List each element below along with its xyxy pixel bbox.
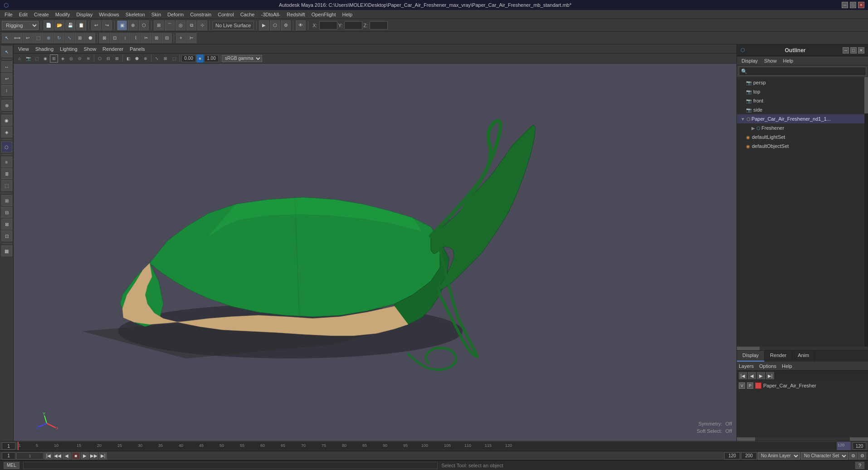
timeline-ticks-area[interactable]: 1 5 10 15 20 25 30 35 40 45 50 55 60 65 …	[17, 441, 851, 450]
menu-modify[interactable]: Modify	[53, 11, 73, 18]
outliner-item-freshener[interactable]: ▶ ⬡ Freshener	[737, 123, 868, 132]
move-mode-btn[interactable]: ↔	[1, 61, 12, 72]
outliner-item-front[interactable]: 📷 front	[737, 96, 868, 105]
render-layer-btn[interactable]: ⬡	[1, 142, 12, 152]
vp-object-btn[interactable]: ◧	[124, 54, 132, 63]
stop-btn[interactable]: ■	[72, 452, 80, 460]
outliner-item-objectset[interactable]: ◉ defaultObjectSet	[737, 142, 868, 151]
outliner-minimize[interactable]: ─	[843, 47, 849, 54]
vp-size-btn[interactable]: ⤡	[153, 54, 161, 63]
minus-btn[interactable]: ⊢	[186, 33, 196, 43]
timeline-end-input[interactable]: 120	[853, 442, 866, 450]
outliner-scrollbar[interactable]	[864, 77, 868, 347]
skip-back-btn[interactable]: |◀	[44, 452, 53, 460]
menu-file[interactable]: File	[2, 11, 15, 18]
help-line-btn[interactable]: ?	[855, 462, 864, 469]
select-button[interactable]: ▣	[117, 20, 127, 30]
step-back-btn[interactable]: ◀◀	[54, 452, 62, 460]
outliner-item-top[interactable]: 📷 top	[737, 87, 868, 96]
layer-btn-2[interactable]: ≣	[1, 168, 12, 179]
vp-menu-show[interactable]: Show	[81, 45, 99, 53]
vp-menu-lighting[interactable]: Lighting	[57, 45, 80, 53]
tab-render[interactable]: Render	[765, 351, 792, 362]
move-btn[interactable]: ⊕	[44, 33, 54, 43]
vp-menu-renderer[interactable]: Renderer	[100, 45, 126, 53]
layer-btn-1[interactable]: ≡	[1, 157, 12, 167]
vp-menu-panels[interactable]: Panels	[127, 45, 148, 53]
grid-btn-1[interactable]: ⊞	[1, 195, 12, 206]
multi-cut-btn[interactable]: ✂	[141, 33, 151, 43]
timeline-start-input[interactable]: 1	[2, 442, 15, 450]
menu-3dtoall[interactable]: -3DtoAll-	[258, 11, 283, 18]
layer-visibility-btn[interactable]: V	[739, 382, 745, 389]
ipr-button[interactable]: ⬡	[270, 20, 280, 30]
layer-row-default[interactable]: V P Paper_Car_Air_Fresher	[737, 381, 868, 391]
y-input[interactable]	[344, 21, 362, 29]
vp-res-btn[interactable]: ⊞	[161, 54, 170, 63]
vp-home-btn[interactable]: ⌂	[15, 54, 24, 63]
soft-mod-btn[interactable]: ⬣	[85, 33, 95, 43]
layer-btn-3[interactable]: ⬚	[1, 180, 12, 191]
layer-menu-layers[interactable]: Layers	[739, 363, 754, 369]
vp-menu-view[interactable]: View	[15, 45, 32, 53]
layer-step-rev-btn[interactable]: ◀	[748, 372, 756, 379]
save-scene-button[interactable]: 💾	[65, 20, 75, 30]
vp-value2-input[interactable]: 1.00	[204, 55, 219, 62]
layer-play-rev-btn[interactable]: |◀	[739, 372, 747, 379]
redo-button[interactable]: ↪	[102, 20, 112, 30]
menu-deform[interactable]: Deform	[165, 11, 186, 18]
outliner-item-papercar[interactable]: ▼ ⬡ Paper_Car_Air_Freshener_nd1_1...	[737, 114, 868, 123]
tab-anim[interactable]: Anim	[792, 351, 815, 362]
grid-btn-4[interactable]: ⊡	[1, 230, 12, 241]
sculpt-btn[interactable]: ⊕	[1, 100, 12, 111]
vp-hud-btn[interactable]: ⊠	[113, 54, 121, 63]
menu-display[interactable]: Display	[73, 11, 95, 18]
range-end-display[interactable]: 120	[724, 452, 740, 460]
anim-end-display[interactable]: 200	[741, 452, 757, 460]
menu-openflight[interactable]: OpenFlight	[309, 11, 339, 18]
tab-display[interactable]: Display	[737, 351, 765, 362]
scale-mode-btn[interactable]: ↕	[1, 85, 12, 96]
outliner-hscroll-thumb[interactable]	[737, 347, 760, 350]
snap-surface-button[interactable]: ⧉	[186, 20, 196, 30]
curve-tool-btn[interactable]: ◉	[1, 115, 12, 126]
offset-btn[interactable]: ⊡	[110, 33, 120, 43]
fill-btn[interactable]: ⊞	[151, 33, 161, 43]
outliner-search-input[interactable]	[749, 69, 864, 74]
vp-grid-btn[interactable]: ⊟	[104, 54, 112, 63]
snap-point-button[interactable]: ◎	[176, 20, 185, 30]
snap-live-button[interactable]: ⊹	[197, 20, 207, 30]
outliner-menu-help[interactable]: Help	[780, 57, 796, 64]
layer-hscrollbar[interactable]	[737, 437, 868, 441]
current-frame-input[interactable]: 1	[2, 452, 15, 460]
outliner-maximize[interactable]: □	[850, 47, 857, 54]
menu-constrain[interactable]: Constrain	[187, 11, 214, 18]
vp-aa-btn[interactable]: ⬚	[170, 54, 178, 63]
transform-btn[interactable]: ⬚	[33, 33, 43, 43]
lasso-button[interactable]: ⊕	[128, 20, 138, 30]
vp-tex-btn[interactable]: ⊞	[50, 54, 58, 63]
vp-value1-input[interactable]: 0.00	[181, 55, 196, 62]
layer-hscroll-thumb[interactable]	[737, 437, 755, 441]
outliner-hscrollbar[interactable]	[737, 347, 868, 350]
vp-motion-btn[interactable]: ≋	[84, 54, 93, 63]
z-input[interactable]	[370, 21, 388, 29]
gamma-select[interactable]: sRGB gamma Linear	[222, 55, 262, 62]
outliner-menu-display[interactable]: Display	[739, 57, 761, 64]
vp-deformer-btn[interactable]: ⊕	[141, 54, 150, 63]
insert-edge-btn[interactable]: ⊠	[99, 33, 109, 43]
render-button[interactable]: ▶	[259, 20, 269, 30]
vp-iso-btn[interactable]: ⬡	[96, 54, 104, 63]
character-set-select[interactable]: No Character Set	[801, 452, 848, 460]
grid-btn-3[interactable]: ⊠	[1, 219, 12, 230]
layer-step-fwd-btn[interactable]: ▶|	[766, 372, 774, 379]
command-line[interactable]	[23, 462, 438, 469]
menu-windows[interactable]: Windows	[96, 11, 122, 18]
scale-btn[interactable]: ⤡	[64, 33, 74, 43]
select-mode-btn[interactable]: ↖	[1, 46, 12, 57]
layer-menu-options[interactable]: Options	[759, 363, 776, 369]
rotate-btn[interactable]: ↻	[54, 33, 64, 43]
outliner-item-side[interactable]: 📷 side	[737, 105, 868, 114]
slide-btn[interactable]: ↕	[120, 33, 130, 43]
vp-cam-btn[interactable]: 📷	[24, 54, 32, 63]
